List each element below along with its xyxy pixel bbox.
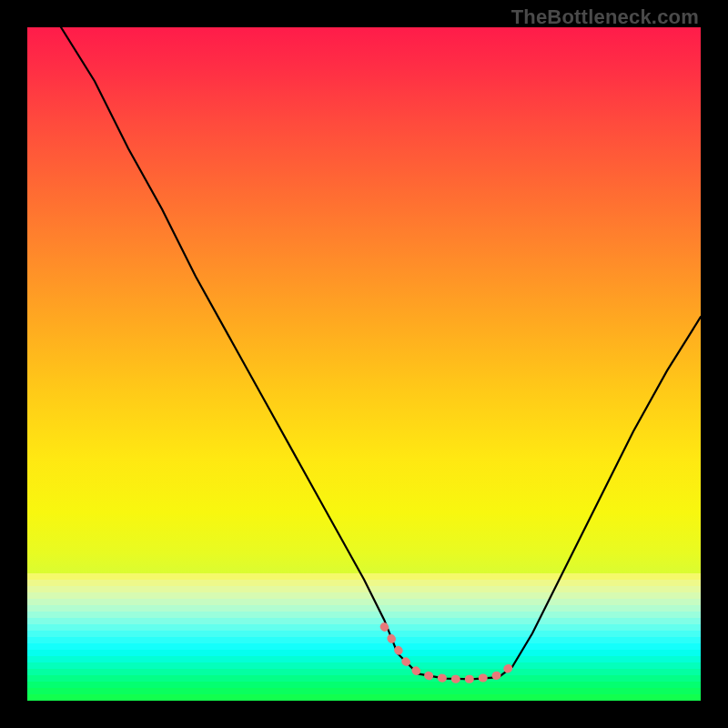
curve-svg xyxy=(27,27,701,701)
watermark-text: TheBottleneck.com xyxy=(511,5,699,29)
plot-area xyxy=(27,27,701,701)
bottleneck-curve-path xyxy=(61,27,701,679)
chart-canvas: TheBottleneck.com xyxy=(0,0,728,728)
highlight-markers xyxy=(384,627,512,680)
